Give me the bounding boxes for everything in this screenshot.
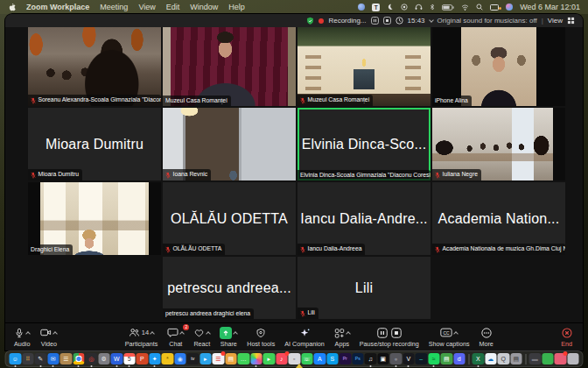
- dock-icon-printer[interactable]: ▤: [510, 353, 522, 365]
- dock-icon-contacts[interactable]: ☰: [60, 353, 73, 365]
- menu-bar-clock[interactable]: Wed 6 Mar 12:01: [520, 3, 580, 11]
- wifi-icon[interactable]: [461, 4, 469, 11]
- stop-recording-icon[interactable]: [383, 17, 391, 25]
- chevron-up-icon[interactable]: [150, 331, 155, 336]
- dock-icon-calendar[interactable]: 5: [123, 353, 136, 365]
- dock-icon-finder[interactable]: ☺: [10, 353, 22, 365]
- dock-icon-safari[interactable]: ✦: [149, 353, 161, 365]
- dock-icon-notes[interactable]: ▤: [225, 353, 237, 365]
- dock-icon-telegram[interactable]: ▸: [200, 353, 212, 365]
- chevron-up-icon[interactable]: [453, 331, 458, 336]
- dock-icon-green-app[interactable]: ▤: [441, 353, 453, 365]
- textexpander-icon[interactable]: T: [372, 4, 380, 11]
- dock-icon-chrome[interactable]: [73, 353, 85, 365]
- dock-icon-facetime[interactable]: ▸: [263, 353, 276, 365]
- dock-icon-loupe[interactable]: Q: [498, 353, 510, 365]
- video-button[interactable]: Video: [40, 327, 57, 347]
- react-button[interactable]: React: [193, 327, 210, 347]
- show-captions-button[interactable]: CCShow captions: [429, 327, 470, 347]
- pause-stop-recording-button[interactable]: Pause/stop recording: [360, 327, 419, 347]
- chevron-up-icon[interactable]: [346, 331, 351, 336]
- dock-icon-screen-recorder[interactable]: ◎: [86, 353, 98, 365]
- bluetooth-icon[interactable]: [430, 4, 435, 11]
- video-tile[interactable]: petrescu andreea...petrescu andreea drag…: [163, 257, 296, 319]
- dock-icon-skype[interactable]: S: [326, 353, 339, 365]
- focus-moon-icon[interactable]: [387, 4, 394, 11]
- dock-icon-capcut[interactable]: ▣: [377, 353, 389, 365]
- view-button[interactable]: View: [548, 14, 563, 27]
- dock-icon-freeform[interactable]: ✎: [35, 353, 47, 365]
- dock-icon-spotify[interactable]: ≈: [428, 353, 440, 365]
- dock-icon-setapp[interactable]: *: [162, 353, 174, 365]
- dock-icon-powerpoint[interactable]: P: [136, 353, 149, 365]
- dock-icon-trash[interactable]: [567, 353, 579, 365]
- menu-item-view[interactable]: View: [138, 0, 155, 14]
- video-tile[interactable]: Draghici Elena: [28, 182, 161, 255]
- video-tile[interactable]: Muzeul Casa Romanței: [298, 27, 430, 106]
- video-tile[interactable]: Soreanu Alexandra-Scoala Gimnaziala "Dia…: [28, 27, 161, 106]
- dock-icon-whatsapp[interactable]: ☏: [301, 353, 313, 365]
- video-tile[interactable]: Elvinia Dinca-Sco...Elvinia Dinca-Scoala…: [298, 108, 430, 180]
- participants-button[interactable]: 14Participants: [125, 327, 158, 347]
- dock-icon-app-store[interactable]: A: [314, 353, 326, 365]
- dock-icon-onedrive[interactable]: ☁: [485, 353, 497, 365]
- chevron-up-icon[interactable]: [206, 331, 211, 336]
- dock-icon-mail[interactable]: ✉: [47, 353, 60, 365]
- video-tile[interactable]: Muzeul Casa Romanței: [163, 27, 296, 106]
- dock-icon-tiktok[interactable]: ♫: [365, 353, 377, 365]
- dock-icon-photoshop[interactable]: Ps: [352, 353, 364, 365]
- apps-button[interactable]: Apps: [334, 327, 350, 347]
- video-tile[interactable]: Academia Nation...Academia Nationala de …: [432, 182, 565, 255]
- siri-icon[interactable]: [506, 4, 513, 11]
- video-tile[interactable]: iPhone Alina: [432, 27, 565, 106]
- dock-icon-word[interactable]: W: [111, 353, 123, 365]
- video-tile[interactable]: Iancu Dalia-Andre...Iancu Dalia-Andreea: [298, 182, 430, 255]
- end-button[interactable]: End: [561, 327, 572, 347]
- dock-icon-folder-pink[interactable]: [555, 353, 567, 365]
- dock-icon-photos[interactable]: [250, 353, 262, 365]
- video-tile[interactable]: LiliLili: [298, 257, 430, 319]
- headphones-icon[interactable]: [415, 4, 423, 11]
- menu-item-edit[interactable]: Edit: [166, 0, 180, 14]
- dock-icon-discord[interactable]: d: [453, 353, 466, 365]
- dock-icon-vrew[interactable]: V: [402, 353, 415, 365]
- dock-icon-launchpad[interactable]: ⠿: [22, 353, 34, 365]
- more-button[interactable]: More: [479, 327, 493, 347]
- chevron-up-icon[interactable]: [179, 331, 185, 336]
- menu-item-meeting[interactable]: Meeting: [100, 0, 128, 14]
- chevron-up-icon[interactable]: [25, 331, 31, 336]
- ai-companion-button[interactable]: AI Companion: [284, 327, 325, 347]
- spotlight-search-icon[interactable]: [476, 4, 483, 11]
- chat-button[interactable]: 2Chat: [167, 327, 184, 347]
- pause-recording-icon[interactable]: [371, 17, 379, 25]
- menu-item-help[interactable]: Help: [228, 0, 245, 14]
- dock-icon-apple-tv[interactable]: tv: [187, 353, 200, 365]
- video-tile[interactable]: OLĂLĂU ODETTAOLĂLĂU ODETTA: [163, 182, 296, 255]
- dock-icon-zalo[interactable]: –: [416, 353, 428, 365]
- screen-record-indicator-icon[interactable]: [401, 4, 408, 11]
- apple-logo-icon[interactable]: [8, 3, 16, 12]
- video-tile[interactable]: Iuliana Negre: [432, 108, 565, 180]
- encryption-shield-icon[interactable]: [306, 17, 314, 25]
- original-sound-toggle[interactable]: Original sound for musicians: off: [438, 14, 537, 27]
- meeting-timer[interactable]: 15:43: [408, 14, 425, 27]
- audio-button[interactable]: Audio: [14, 327, 30, 347]
- dock-icon-system-settings[interactable]: ⚙: [98, 353, 110, 365]
- battery-icon[interactable]: [442, 4, 454, 11]
- dock-icon-folder-green[interactable]: [542, 353, 554, 365]
- menu-item-app[interactable]: Zoom Workplace: [26, 0, 89, 14]
- dock-icon-messages[interactable]: …: [238, 353, 250, 365]
- dock-icon-music[interactable]: ♪: [276, 353, 288, 365]
- dock-icon-zoom-sphere[interactable]: ●: [390, 353, 402, 365]
- dock-icon-window-thumb[interactable]: ▬: [529, 353, 542, 365]
- chevron-up-icon[interactable]: [53, 331, 59, 336]
- dock-icon-siri-app[interactable]: ◉: [174, 353, 186, 365]
- menu-item-window[interactable]: Window: [190, 0, 218, 14]
- video-tile[interactable]: Ioana Revnic: [163, 108, 296, 180]
- gallery-view-icon[interactable]: [567, 17, 575, 25]
- screen-mirroring-icon[interactable]: [490, 4, 499, 11]
- app-indicator-icon[interactable]: [358, 4, 365, 11]
- chevron-up-icon[interactable]: [233, 331, 238, 336]
- dock-icon-reminders[interactable]: ☰: [213, 353, 225, 365]
- chevron-down-icon[interactable]: [429, 18, 434, 23]
